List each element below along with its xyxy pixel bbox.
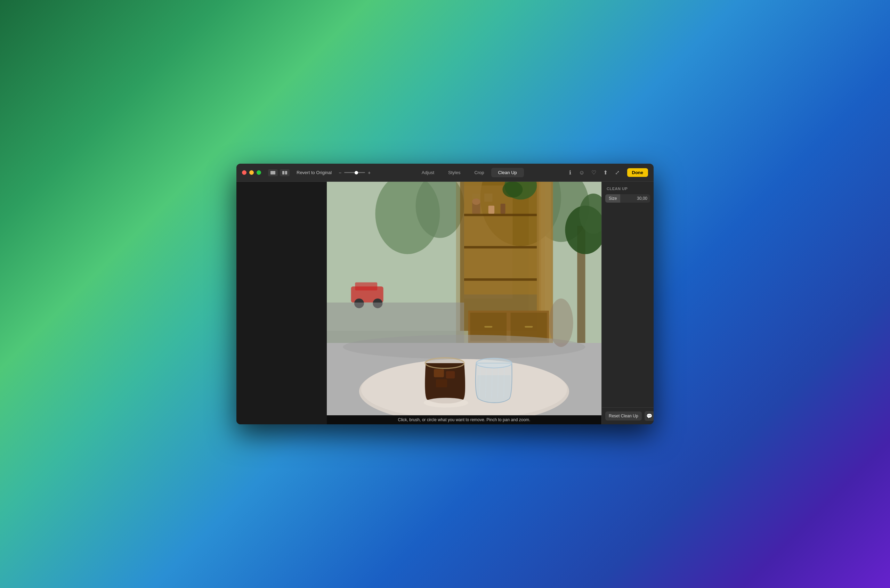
tab-crop[interactable]: Crop [467,168,491,177]
svg-rect-18 [464,214,537,216]
svg-rect-36 [525,326,533,328]
status-bar: Click, brush, or circle what you want to… [327,415,602,424]
emoji-icon[interactable]: ☺ [578,170,585,176]
nav-tabs: Adjust Styles Crop Clean Up [376,168,562,177]
photo-container[interactable] [327,182,602,415]
svg-rect-58 [327,303,464,343]
zoom-thumb [354,171,358,174]
size-label: Size [605,194,620,202]
revert-to-original-button[interactable]: Revert to Original [297,170,332,175]
zoom-fit-icon[interactable]: ⤢ [614,169,621,176]
svg-rect-43 [446,371,455,378]
photo-area: Click, brush, or circle what you want to… [327,182,602,424]
panel-title: CLEAN UP [602,182,654,194]
tab-adjust[interactable]: Adjust [415,168,441,177]
zoom-slider[interactable] [344,172,365,173]
svg-point-26 [502,182,522,198]
app-window: Revert to Original − + Adjust Styles Cro… [236,164,654,424]
svg-rect-0 [270,171,275,174]
hint-text: Click, brush, or circle what you want to… [398,417,531,422]
svg-rect-24 [501,204,506,214]
svg-rect-19 [464,246,537,249]
size-control[interactable]: Size 30,00 [605,194,650,202]
size-value: 30,00 [620,194,650,202]
svg-point-46 [424,398,468,408]
titlebar: Revert to Original − + Adjust Styles Cro… [236,164,654,182]
tab-styles[interactable]: Styles [441,168,467,177]
svg-rect-1 [282,171,284,174]
svg-rect-44 [436,379,447,387]
split-view-button[interactable] [280,169,290,176]
done-button[interactable]: Done [627,168,648,177]
svg-rect-35 [484,326,492,328]
zoom-plus-button[interactable]: + [366,170,372,176]
svg-point-59 [549,298,573,347]
svg-rect-42 [434,369,444,377]
main-area: Click, brush, or circle what you want to… [236,182,654,424]
zoom-minus-button[interactable]: − [337,170,343,176]
svg-rect-2 [285,171,287,174]
svg-rect-20 [464,278,537,281]
zoom-control: − + [337,170,372,176]
panel-spacer [602,206,654,407]
traffic-lights [242,170,261,175]
reset-cleanup-button[interactable]: Reset Clean Up [605,411,642,420]
share-icon[interactable]: ⬆ [602,169,609,176]
speech-bubble-icon: 💬 [646,413,652,419]
svg-rect-55 [355,282,377,291]
heart-icon[interactable]: ♡ [590,169,597,176]
speech-bubble-button[interactable]: 💬 [645,411,654,421]
left-sidebar [236,182,327,424]
info-icon[interactable]: ℹ [567,169,573,176]
toolbar-icons: ℹ ☺ ♡ ⬆ ⤢ [567,169,621,176]
minimize-button[interactable] [249,170,254,175]
photo-canvas[interactable] [327,182,602,415]
right-panel: CLEAN UP Size 30,00 Reset Clean Up 💬 [602,182,654,424]
window-view-controls [268,169,290,176]
panel-bottom: Reset Clean Up 💬 [602,407,654,424]
tab-cleanup[interactable]: Clean Up [491,168,524,177]
close-button[interactable] [242,170,246,175]
single-view-button[interactable] [268,169,278,176]
maximize-button[interactable] [257,170,261,175]
svg-point-22 [472,198,480,205]
svg-rect-23 [488,206,494,214]
